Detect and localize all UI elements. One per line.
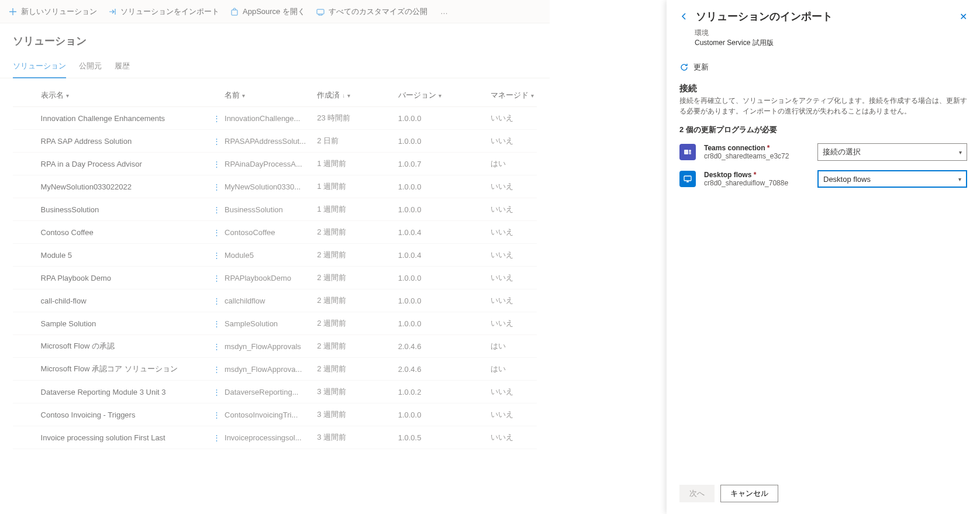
connection-name: Teams connection *: [704, 144, 809, 152]
col-display-name[interactable]: 表示名▾: [35, 90, 209, 101]
row-menu-button[interactable]: ⋮: [208, 205, 225, 214]
main-content: 新しいソリューション ソリューションをインポート AppSource を開く す…: [0, 0, 550, 514]
cell-name: DataverseReporting...: [225, 388, 317, 396]
row-menu-button[interactable]: ⋮: [208, 137, 225, 146]
cell-created: 1 週間前: [317, 204, 398, 215]
row-menu-button[interactable]: ⋮: [208, 251, 225, 260]
cell-name: msdyn_FlowApprova...: [225, 365, 317, 374]
cancel-button[interactable]: キャンセル: [720, 485, 778, 502]
row-menu-button[interactable]: ⋮: [208, 388, 225, 396]
cell-managed: はい: [491, 158, 537, 169]
solutions-grid: 表示名▾ 名前▾ 作成済↓▾ バージョン▾ マネージド▾ Innovation …: [0, 78, 550, 449]
tab-publishers[interactable]: 公開元: [79, 56, 102, 78]
cell-version: 2.0.4.6: [398, 342, 491, 351]
table-row[interactable]: BusinessSolution⋮BusinessSolution1 週間前1.…: [13, 198, 537, 221]
svg-point-3: [689, 150, 691, 152]
connection-select-value: Desktop flows: [823, 175, 871, 184]
cell-name: ContosoCoffee: [225, 228, 317, 237]
table-row[interactable]: RPA SAP Address Solution⋮RPASAPAddressSo…: [13, 130, 537, 153]
environment-name: Customer Service 試用版: [695, 38, 967, 48]
cell-created: 2 週間前: [317, 364, 398, 374]
svg-rect-5: [684, 176, 691, 181]
cell-display-name: Contoso Invoicing - Triggers: [35, 410, 209, 419]
chevron-down-icon: ▾: [439, 92, 441, 99]
refresh-label: 更新: [693, 62, 709, 73]
table-row[interactable]: Microsoft Flow の承認⋮msdyn_FlowApprovals2 …: [13, 335, 537, 358]
row-menu-button[interactable]: ⋮: [208, 365, 225, 374]
svg-rect-1: [317, 9, 324, 14]
cell-managed: いいえ: [491, 181, 537, 192]
updates-needed: 2 個の更新プログラムが必要: [667, 116, 980, 139]
table-row[interactable]: MyNewSolution033022022⋮MyNewSolution0330…: [13, 175, 537, 198]
connection-name: Desktop flows *: [704, 171, 809, 179]
table-row[interactable]: RPA Playbook Demo⋮RPAPlaybookDemo2 週間前1.…: [13, 267, 537, 289]
cell-managed: はい: [491, 341, 537, 351]
table-row[interactable]: Contoso Coffee⋮ContosoCoffee2 週間前1.0.0.4…: [13, 221, 537, 244]
row-menu-button[interactable]: ⋮: [208, 228, 225, 237]
connections-title: 接続: [667, 73, 980, 95]
col-version[interactable]: バージョン▾: [398, 90, 491, 101]
new-solution-button[interactable]: 新しいソリューション: [8, 6, 97, 17]
table-row[interactable]: Innovation Challenge Enhancements⋮Innova…: [13, 107, 537, 130]
table-row[interactable]: Invoice processing solution First Last⋮I…: [13, 426, 537, 449]
cell-display-name: Microsoft Flow の承認: [35, 341, 209, 351]
refresh-button[interactable]: 更新: [667, 48, 980, 73]
col-managed[interactable]: マネージド▾: [491, 90, 537, 101]
connection-id: cr8d0_shareduiflow_7088e: [704, 179, 809, 187]
open-appsource-label: AppSource を開く: [243, 6, 305, 17]
connection-select[interactable]: Desktop flows▾: [817, 170, 967, 188]
row-menu-button[interactable]: ⋮: [208, 274, 225, 282]
page-header: ソリューション: [0, 23, 550, 48]
table-row[interactable]: RPA in a Day Process Advisor⋮RPAinaDayPr…: [13, 153, 537, 175]
cell-managed: いいえ: [491, 250, 537, 260]
tab-history[interactable]: 履歴: [115, 56, 130, 78]
cell-display-name: Sample Solution: [35, 319, 209, 328]
table-row[interactable]: Module 5⋮Module52 週間前1.0.0.4いいえ: [13, 244, 537, 267]
next-button: 次へ: [679, 485, 715, 502]
col-created[interactable]: 作成済↓▾: [317, 90, 398, 101]
cell-display-name: call-child-flow: [35, 296, 209, 305]
panel-title: ソリューションのインポート: [696, 9, 833, 23]
cell-managed: いいえ: [491, 295, 537, 306]
cell-created: 2 週間前: [317, 250, 398, 260]
table-row[interactable]: Contoso Invoicing - Triggers⋮ContosoInvo…: [13, 403, 537, 426]
svg-rect-0: [232, 10, 237, 15]
col-name[interactable]: 名前▾: [225, 90, 317, 101]
cell-version: 1.0.0.0: [398, 205, 491, 214]
back-icon[interactable]: [679, 12, 689, 21]
cell-created: 1 週間前: [317, 181, 398, 192]
table-row[interactable]: Dataverse Reporting Module 3 Unit 3⋮Data…: [13, 381, 537, 403]
cell-managed: いいえ: [491, 318, 537, 329]
row-menu-button[interactable]: ⋮: [208, 160, 225, 168]
cell-managed: いいえ: [491, 272, 537, 283]
cell-name: callchildflow: [225, 296, 317, 305]
table-row[interactable]: Microsoft Flow 承認コア ソリューション⋮msdyn_FlowAp…: [13, 358, 537, 381]
row-menu-button[interactable]: ⋮: [208, 182, 225, 191]
tab-solutions[interactable]: ソリューション: [13, 56, 66, 78]
open-appsource-button[interactable]: AppSource を開く: [230, 6, 305, 17]
more-commands-button[interactable]: …: [438, 7, 451, 16]
chevron-down-icon: ▾: [958, 176, 961, 182]
connections-desc: 接続を再確立して、ソリューションをアクティブ化します。接続を作成する場合は、更新…: [667, 95, 980, 116]
connection-select[interactable]: 接続の選択▾: [817, 143, 967, 161]
row-menu-button[interactable]: ⋮: [208, 433, 225, 442]
chevron-down-icon: ▾: [242, 92, 245, 99]
row-menu-button[interactable]: ⋮: [208, 342, 225, 351]
import-solution-label: ソリューションをインポート: [120, 6, 219, 17]
publish-all-button[interactable]: すべてのカスタマイズの公開: [316, 6, 427, 17]
import-solution-button[interactable]: ソリューションをインポート: [108, 6, 219, 17]
row-menu-button[interactable]: ⋮: [208, 319, 225, 328]
row-menu-button[interactable]: ⋮: [208, 410, 225, 419]
row-menu-button[interactable]: ⋮: [208, 296, 225, 305]
close-icon[interactable]: ✕: [960, 11, 967, 22]
svg-rect-4: [689, 152, 691, 154]
cell-version: 1.0.0.0: [398, 410, 491, 419]
cell-name: Invoiceprocessingsol...: [225, 433, 317, 442]
table-row[interactable]: call-child-flow⋮callchildflow2 週間前1.0.0.…: [13, 289, 537, 312]
row-menu-button[interactable]: ⋮: [208, 114, 225, 123]
cell-created: 2 週間前: [317, 318, 398, 329]
cell-created: 3 週間前: [317, 387, 398, 397]
cell-display-name: BusinessSolution: [35, 205, 209, 214]
table-row[interactable]: Sample Solution⋮SampleSolution2 週間前1.0.0…: [13, 312, 537, 335]
chevron-down-icon: ▾: [531, 92, 534, 99]
